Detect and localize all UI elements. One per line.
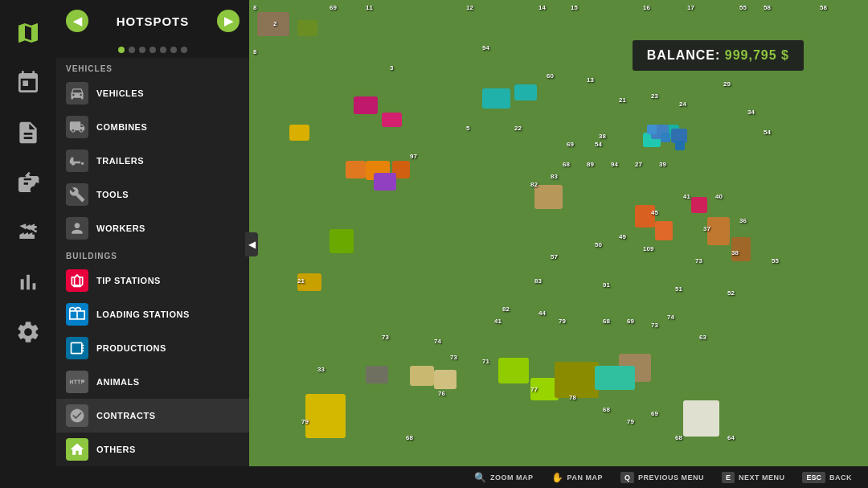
- vehicles-label: VEHICLES: [96, 88, 144, 98]
- map-number: 5: [466, 125, 469, 132]
- menu-item-tools[interactable]: TOOLS: [56, 178, 249, 211]
- menu-item-tip-stations[interactable]: TIP STATIONS: [56, 264, 249, 297]
- tools-label: TOOLS: [96, 190, 129, 199]
- map-number: 94: [611, 161, 618, 168]
- menu-item-productions[interactable]: PRODUCTIONS: [56, 331, 249, 365]
- menu-item-trailers[interactable]: TRAILERS: [56, 144, 249, 178]
- field-patch: [410, 366, 434, 386]
- map-number: 34: [747, 109, 755, 116]
- map-number: 14: [538, 4, 546, 11]
- menu-item-vehicles[interactable]: VEHICLES: [56, 76, 249, 110]
- field-patch: [297, 20, 317, 36]
- vehicles-icon: [66, 82, 88, 105]
- sidebar-item-settings[interactable]: [8, 312, 48, 352]
- map-number: 33: [317, 366, 325, 373]
- map-number: 52: [727, 289, 735, 297]
- map-number: 50: [595, 241, 602, 248]
- map-number: 36: [739, 217, 747, 224]
- map-number: 69: [651, 410, 658, 417]
- back-button-bar[interactable]: ESC BACK: [794, 470, 860, 486]
- map-number: 68: [603, 318, 610, 325]
- map-number: 73: [450, 354, 457, 361]
- menu-item-workers[interactable]: WORKERS: [56, 211, 249, 245]
- combines-label: COMBINES: [96, 122, 147, 132]
- workers-label: WORKERS: [96, 223, 145, 233]
- previous-menu-label: PREVIOUS MENU: [638, 474, 704, 482]
- panel-header: ◀ HOTSPOTS ▶: [56, 0, 249, 42]
- workers-icon: [66, 217, 88, 240]
- map-number: 8: [253, 4, 256, 11]
- sidebar-item-calendar[interactable]: [8, 63, 48, 103]
- field-patch: [382, 113, 402, 127]
- map-number: 37: [703, 225, 710, 232]
- field-patch: [498, 358, 529, 383]
- map-marker: [661, 133, 670, 142]
- field-patch: [354, 96, 378, 114]
- panel-expand-arrow[interactable]: ◀: [245, 232, 258, 256]
- next-button[interactable]: ▶: [217, 10, 240, 32]
- loading-stations-label: LOADING STATIONS: [96, 310, 190, 319]
- tools-icon: [66, 183, 88, 206]
- sidebar-item-animals[interactable]: [8, 162, 48, 203]
- map-number: 15: [571, 4, 578, 11]
- map-number: 79: [301, 418, 309, 425]
- others-icon: [66, 438, 88, 461]
- dot-6: [170, 47, 177, 53]
- map-number: 11: [366, 4, 373, 11]
- tip-stations-icon: [66, 269, 88, 292]
- sidebar-item-stats[interactable]: [8, 262, 48, 302]
- menu-item-others[interactable]: OTHERS: [56, 433, 249, 466]
- productions-icon: [66, 337, 88, 359]
- map-marker: [675, 141, 685, 150]
- map-number: 74: [667, 314, 674, 321]
- map-number: 68: [406, 434, 413, 441]
- dot-3: [139, 47, 145, 53]
- map-number: 55: [739, 4, 747, 11]
- next-menu-button[interactable]: E NEXT MENU: [714, 470, 793, 486]
- map-number: 63: [699, 334, 706, 341]
- back-label: BACK: [829, 474, 852, 482]
- zoom-map-button[interactable]: 🔍 ZOOM MAP: [466, 470, 542, 486]
- dot-5: [160, 47, 166, 53]
- combines-icon: [66, 116, 88, 138]
- map-number: 83: [534, 277, 542, 285]
- e-key: E: [722, 472, 735, 483]
- map-number: 69: [330, 4, 337, 11]
- sidebar-item-factory[interactable]: [8, 212, 48, 252]
- arrow-icon: ◀: [248, 239, 256, 250]
- previous-menu-button[interactable]: Q PREVIOUS MENU: [612, 470, 712, 486]
- sidebar-item-notes[interactable]: [8, 113, 48, 153]
- productions-label: PRODUCTIONS: [96, 343, 166, 353]
- field-patch: [534, 185, 563, 209]
- map-number: 51: [675, 285, 682, 293]
- zoom-map-label: ZOOM MAP: [490, 474, 534, 482]
- map-number: 24: [679, 100, 686, 108]
- menu-item-animals[interactable]: ANIMALS: [56, 365, 249, 399]
- map-number: 76: [438, 390, 445, 397]
- back-button[interactable]: ◀: [66, 10, 88, 32]
- menu-item-combines[interactable]: COMBINES: [56, 110, 249, 144]
- map-number: 94: [482, 44, 489, 51]
- map-number: 8: [253, 48, 256, 55]
- map-number: 39: [659, 161, 666, 168]
- map-number: 2: [273, 20, 276, 27]
- pan-map-button[interactable]: ✋ PAN MAP: [543, 470, 611, 486]
- trailers-label: TRAILERS: [96, 156, 144, 166]
- panel-title: HOTSPOTS: [88, 14, 217, 28]
- map-number: 58: [764, 4, 771, 11]
- sidebar-item-map[interactable]: [8, 13, 48, 53]
- animals-label: ANIMALS: [96, 377, 140, 387]
- map-number: 45: [651, 209, 658, 216]
- dot-7: [181, 47, 187, 53]
- map-number: 12: [466, 4, 473, 11]
- map-number: 69: [567, 141, 574, 148]
- field-patch: [289, 125, 309, 141]
- map-number: 17: [687, 4, 694, 11]
- map-number: 74: [434, 338, 441, 345]
- map-number: 71: [482, 358, 489, 365]
- map-number: 44: [538, 310, 546, 317]
- field-patch: [305, 394, 346, 438]
- menu-item-loading-stations[interactable]: LOADING STATIONS: [56, 297, 249, 331]
- sidebar: [0, 0, 56, 488]
- menu-item-contracts[interactable]: CONTRACTS: [56, 399, 249, 433]
